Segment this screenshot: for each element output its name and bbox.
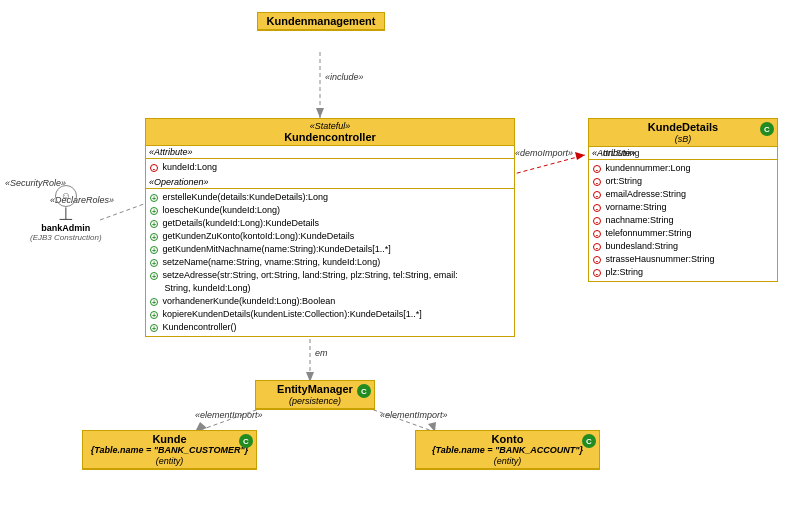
op-cont-7 bbox=[150, 282, 162, 295]
kc-op-val-1: loescheKunde(kundeId:Long) bbox=[163, 205, 281, 215]
kd-attr-val-3: vorname:String bbox=[606, 202, 667, 212]
kundedetails-header: C KundeDetails (sB) bbox=[589, 119, 777, 147]
op-icon-9: + bbox=[150, 311, 158, 319]
kd-icon-7: - bbox=[593, 256, 601, 264]
elementimport1-label: «elementImport» bbox=[195, 410, 263, 420]
actor-sublabel: (EJB3 Construction) bbox=[30, 233, 102, 242]
kundedetails-subtitle: (sB) bbox=[675, 134, 692, 144]
kd-attr-2: - emailAdresse:String bbox=[593, 188, 773, 201]
kc-attr-0: - kundeId:Long bbox=[150, 161, 510, 174]
kc-op-val-4: getKundenMitNachname(name:String):KundeD… bbox=[163, 244, 391, 254]
kundencontroller-stereotype: «Stateful» bbox=[150, 121, 510, 131]
kc-op-3: + getKundenZuKonto(kontoId:Long):KundeDe… bbox=[150, 230, 510, 243]
kd-attr-val-2: emailAdresse:String bbox=[606, 189, 687, 199]
konto-box: C Konto {Table.name = "BANK_ACCOUNT"} (e… bbox=[415, 430, 600, 470]
kundencontroller-title: Kundencontroller bbox=[150, 131, 510, 143]
svg-line-2 bbox=[510, 155, 585, 175]
kunde-stereotype: {Table.name = "BANK_CUSTOMER"} bbox=[87, 445, 252, 455]
kc-operations: + erstelleKunde(details:KundeDetails):Lo… bbox=[146, 189, 514, 336]
kc-op-val-5: setzeName(name:String, vname:String, kun… bbox=[163, 257, 381, 267]
entitymanager-title: EntityManager bbox=[260, 383, 370, 395]
konto-icon: C bbox=[582, 434, 596, 448]
kunde-icon: C bbox=[239, 434, 253, 448]
op-icon-4: + bbox=[150, 246, 158, 254]
kc-op-4: + getKundenMitNachname(name:String):Kund… bbox=[150, 243, 510, 256]
kc-op-val-2: getDetails(kundeId:Long):KundeDetails bbox=[163, 218, 320, 228]
actor-label: bankAdmin bbox=[41, 223, 90, 233]
kd-attr-3: - vorname:String bbox=[593, 201, 773, 214]
kc-op-5: + setzeName(name:String, vname:String, k… bbox=[150, 256, 510, 269]
kc-attr-val-0: kundeId:Long bbox=[163, 162, 218, 172]
demoimport-label: «demoImport» bbox=[515, 148, 573, 158]
kunde-subtitle: (entity) bbox=[156, 456, 184, 466]
kc-attributes: - kundeId:Long bbox=[146, 159, 514, 176]
entitymanager-box: C EntityManager (persistence) bbox=[255, 380, 375, 410]
include-label: «include» bbox=[325, 72, 364, 82]
kd-attr-val-1: ort:String bbox=[606, 176, 643, 186]
kc-op-1: + loescheKunde(kundeId:Long) bbox=[150, 204, 510, 217]
kc-op-val-6: setzeAdresse(str:String, ort:String, lan… bbox=[163, 270, 458, 280]
kundedetails-box: C KundeDetails (sB) «Attribute» - kunden… bbox=[588, 118, 778, 282]
kc-op-val-0: erstelleKunde(details:KundeDetails):Long bbox=[163, 192, 329, 202]
kc-ops-label: «Operationen» bbox=[146, 176, 514, 189]
actor-body-icon: ⊥ bbox=[55, 207, 77, 221]
op-icon-10: + bbox=[150, 324, 158, 332]
kd-icon-0: - bbox=[593, 165, 601, 173]
konto-title: Konto bbox=[420, 433, 595, 445]
kd-attr-val-4: nachname:String bbox=[606, 215, 674, 225]
elementimport2-label: «elementImport» bbox=[380, 410, 448, 420]
kd-attr-val-5: telefonnummer:String bbox=[606, 228, 692, 238]
kc-op-9: + kopiereKundenDetails(kundenListe:Colle… bbox=[150, 308, 510, 321]
kundenmanagement-box: Kundenmanagement bbox=[257, 12, 385, 31]
kd-attr-4: - nachname:String bbox=[593, 214, 773, 227]
kd-attr-8: - plz:String bbox=[593, 266, 773, 279]
kundenmanagement-title: Kundenmanagement bbox=[262, 15, 380, 27]
kc-op-6: + setzeAdresse(str:String, ort:String, l… bbox=[150, 269, 510, 282]
actor-bankadmin: ☺ ⊥ bankAdmin (EJB3 Construction) bbox=[30, 185, 102, 242]
kc-op-val-8: vorhandenerKunde(kundeId:Long):Boolean bbox=[163, 296, 336, 306]
actor-head-icon: ☺ bbox=[61, 191, 71, 201]
op-icon-0: + bbox=[150, 194, 158, 202]
svg-marker-3 bbox=[575, 152, 585, 160]
op-icon-6: + bbox=[150, 272, 158, 280]
konto-stereotype: {Table.name = "BANK_ACCOUNT"} bbox=[420, 445, 595, 455]
kd-attr-7: - strasseHausnummer:String bbox=[593, 253, 773, 266]
kc-op-val-10: Kundencontroller() bbox=[163, 322, 237, 332]
kc-op-val-3: getKundenZuKonto(kontoId:Long):KundeDeta… bbox=[163, 231, 355, 241]
kundedetails-icon: C bbox=[760, 122, 774, 136]
kd-attr-val-7: strasseHausnummer:String bbox=[606, 254, 715, 264]
kc-op-7: String, kundeId:Long) bbox=[150, 282, 510, 295]
op-icon-8: + bbox=[150, 298, 158, 306]
ort-string-label: ort:String bbox=[603, 148, 640, 158]
konto-header: C Konto {Table.name = "BANK_ACCOUNT"} (e… bbox=[416, 431, 599, 469]
em-label: em bbox=[315, 348, 328, 358]
kc-op-val-9: kopiereKundenDetails(kundenListe:Collect… bbox=[163, 309, 422, 319]
kd-attr-1: - ort:String bbox=[593, 175, 773, 188]
entitymanager-icon: C bbox=[357, 384, 371, 398]
kunde-box: C Kunde {Table.name = "BANK_CUSTOMER"} (… bbox=[82, 430, 257, 470]
kc-attr-label: «Attribute» bbox=[146, 146, 514, 159]
kd-icon-1: - bbox=[593, 178, 601, 186]
svg-marker-1 bbox=[316, 108, 324, 118]
op-icon-2: + bbox=[150, 220, 158, 228]
kunde-header: C Kunde {Table.name = "BANK_CUSTOMER"} (… bbox=[83, 431, 256, 469]
kc-op-val-7: String, kundeId:Long) bbox=[165, 283, 251, 293]
kd-attr-val-0: kundennummer:Long bbox=[606, 163, 691, 173]
kd-attr-0: - kundennummer:Long bbox=[593, 162, 773, 175]
kd-attr-5: - telefonnummer:String bbox=[593, 227, 773, 240]
securityrole-label: «SecurityRole» bbox=[5, 178, 66, 188]
kundedetails-title: KundeDetails bbox=[593, 121, 773, 133]
kunde-title: Kunde bbox=[87, 433, 252, 445]
kd-icon-6: - bbox=[593, 243, 601, 251]
kd-icon-8: - bbox=[593, 269, 601, 277]
kd-attr-val-8: plz:String bbox=[606, 267, 644, 277]
kd-icon-4: - bbox=[593, 217, 601, 225]
kd-icon-2: - bbox=[593, 191, 601, 199]
kundencontroller-header: «Stateful» Kundencontroller bbox=[146, 119, 514, 146]
op-icon-5: + bbox=[150, 259, 158, 267]
kc-op-8: + vorhandenerKunde(kundeId:Long):Boolean bbox=[150, 295, 510, 308]
kc-op-2: + getDetails(kundeId:Long):KundeDetails bbox=[150, 217, 510, 230]
entitymanager-header: C EntityManager (persistence) bbox=[256, 381, 374, 409]
op-icon-1: + bbox=[150, 207, 158, 215]
entitymanager-subtitle: (persistence) bbox=[289, 396, 341, 406]
